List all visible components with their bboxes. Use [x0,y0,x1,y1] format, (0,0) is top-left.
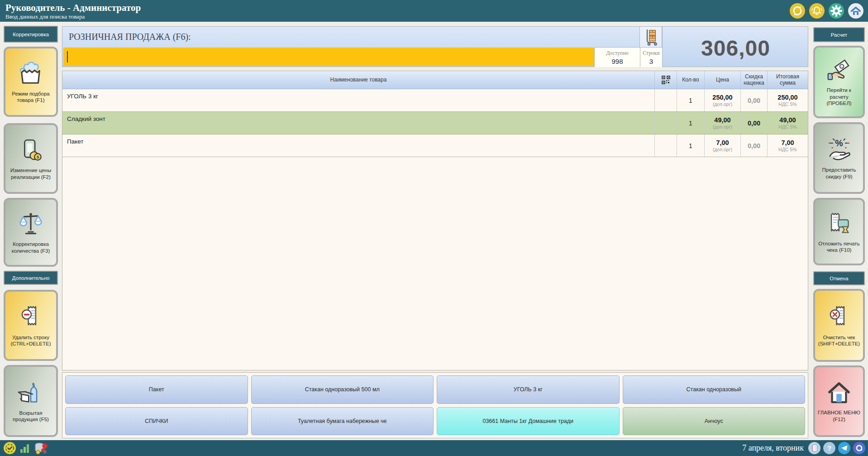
statusbar-left-icons [0,442,48,455]
svg-text:$: $ [37,154,39,159]
database-sync-icon[interactable] [34,442,48,455]
text-caret [67,51,68,62]
gear-icon[interactable] [829,3,844,19]
receipt-table-panel: Наименование товара Кол-во Цена Скидка н… [62,71,808,370]
sale-header-panel: РОЗНИЧНАЯ ПРОДАЖА (F6): Доступно 998 Стр… [62,26,808,67]
available-value: 998 [611,58,623,65]
lines-box: Строки 3 [640,47,662,67]
statusbar-date: 7 апреля, вторник [742,443,804,453]
help-icon[interactable]: ? [823,442,835,454]
row-name-cell[interactable]: Пакет [62,134,654,157]
hold-receipt-button[interactable]: Отложить печать чека (F10) [813,198,865,265]
main-menu-button[interactable]: ГЛАВНОЕ МЕНЮ (F12) [813,365,865,437]
pos-screen: Руководитель - Администратор Ввод данных… [0,0,868,456]
goods-basket-icon [17,60,45,87]
row-price-cell[interactable]: 49,00 (доп.орг) [704,112,740,134]
row-qty-cell[interactable]: 1 [677,89,704,111]
product-search-input[interactable] [63,48,594,66]
button-label: Режим подбора товара (F1) [7,91,54,104]
signal-bars-icon [19,443,30,454]
row-discount-cell[interactable]: 0,00 [740,89,767,111]
telegram-icon[interactable] [838,442,850,454]
window-subtitle: Ввод данных для поиска товара [5,13,141,20]
row-name-cell[interactable]: Сладкий зонт [62,112,654,134]
qr-code-icon [662,76,670,84]
delete-line-button[interactable]: Удалить строку (CTRL+DELETE) [4,290,58,361]
go-to-payment-button[interactable]: Перейти к расчету (ПРОБЕЛ) [813,46,865,118]
quick-product-button[interactable]: Туалетная бумага набережные че [251,407,434,436]
quick-product-button[interactable]: СПИЧКИ [65,407,248,436]
button-label: Удалить строку (CTRL+DELETE) [7,334,54,347]
col-header-total: Итоговая сумма [767,71,808,89]
button-label: Очистить чек (SHIFT+DELETE) [817,334,861,347]
hold-receipt-icon [825,210,853,237]
row-price-cell[interactable]: 250,00 (доп.орг) [704,89,740,111]
section-header-additional: Дополнительно [4,271,58,285]
col-header-qty: Кол-во [677,71,704,89]
sync-icon[interactable] [790,3,805,19]
row-total-cell[interactable]: 7,00 НДС 5% [767,134,808,157]
row-total-cell[interactable]: 250,00 НДС 5% [767,89,808,111]
hand-truck-icon [644,29,658,46]
journal-icon[interactable] [808,442,820,454]
bell-icon[interactable] [809,3,825,19]
main-menu-house-icon [825,380,853,407]
select-mode-button[interactable]: Режим подбора товара (F1) [4,47,58,117]
row-name-cell[interactable]: УГОЛЬ 3 кг [62,89,654,111]
button-label: Предоставить скидку (F9) [817,167,861,180]
quick-product-button[interactable]: Стакан одноразовый [623,375,806,404]
discount-hand-icon: % [825,136,853,164]
assistant-icon[interactable] [853,442,865,454]
hand-money-icon [825,58,853,84]
scales-icon [18,211,44,238]
col-header-discount: Скидка наценка [740,71,767,89]
row-qty-cell[interactable]: 1 [677,134,704,157]
col-header-qr [654,71,677,89]
table-header-row: Наименование товара Кол-во Цена Скидка н… [62,71,808,89]
quick-product-button[interactable]: УГОЛЬ 3 кг [437,375,620,404]
quick-buttons-grid: Пакет Стакан одноразовый 500 мл УГОЛЬ 3 … [62,372,808,438]
clear-receipt-button[interactable]: Очистить чек (SHIFT+DELETE) [813,289,865,362]
col-header-price: Цена [704,71,740,89]
titlebar: Руководитель - Администратор Ввод данных… [0,0,868,22]
available-box: Доступно 998 [594,47,640,67]
quick-product-button[interactable]: Пакет [65,375,248,404]
button-label: Изменение цены реализации (F2) [7,167,54,180]
button-label: Перейти к расчету (ПРОБЕЛ) [817,87,861,106]
sale-title: РОЗНИЧНАЯ ПРОДАЖА (F6): [62,27,640,47]
svg-text:?: ? [827,444,831,452]
row-discount-cell[interactable]: 0,00 [740,134,767,157]
scan-check-icon[interactable] [4,442,16,454]
delete-line-receipt-icon [18,303,44,331]
statusbar: 7 апреля, вторник ? [0,440,868,456]
quick-product-button[interactable]: Анчоус [623,407,806,436]
section-header-correction: Корректировка [4,26,58,43]
row-price-cell[interactable]: 7,00 (доп.орг) [704,134,740,157]
row-qty-cell[interactable]: 1 [677,112,704,134]
titlebar-titles: Руководитель - Администратор Ввод данных… [0,2,141,20]
opened-product-button[interactable]: Вскрытая продукция (F5) [4,365,58,437]
receipt-total-box: 306,00 [662,27,809,67]
table-row[interactable]: УГОЛЬ 3 кг 1 250,00 (доп.орг) 0,00 250,0… [62,89,808,112]
opened-product-icon [17,379,44,407]
button-label: Корректировка количества (F3) [7,241,54,254]
change-price-button[interactable]: $ Изменение цены реализации (F2) [4,123,58,194]
row-qr-cell [654,112,677,134]
svg-text:%: % [835,138,843,148]
button-label: Вскрытая продукция (F5) [7,410,54,423]
row-qr-cell [654,89,677,111]
give-discount-button[interactable]: % Предоставить скидку (F9) [813,122,865,194]
table-body: УГОЛЬ 3 кг 1 250,00 (доп.орг) 0,00 250,0… [62,89,808,157]
quick-product-button[interactable]: 03661 Манты 1кг Домашние тради [437,407,620,436]
row-discount-cell[interactable]: 0,00 [740,112,767,134]
section-header-cancel: Отмена [813,271,865,285]
quick-product-button[interactable]: Стакан одноразовый 500 мл [251,375,434,404]
row-qr-cell [654,134,677,157]
table-row[interactable]: Сладкий зонт 1 49,00 (доп.орг) 0,00 49,0… [62,112,808,134]
adjust-quantity-button[interactable]: Корректировка количества (F3) [4,198,58,267]
statusbar-right-icons: ? [808,442,868,454]
table-row[interactable]: Пакет 1 7,00 (доп.орг) 0,00 7,00 НДС 5% [62,134,808,157]
row-total-cell[interactable]: 49,00 НДС 5% [767,112,808,134]
stock-truck-button[interactable] [640,27,662,47]
home-icon[interactable] [848,3,863,19]
